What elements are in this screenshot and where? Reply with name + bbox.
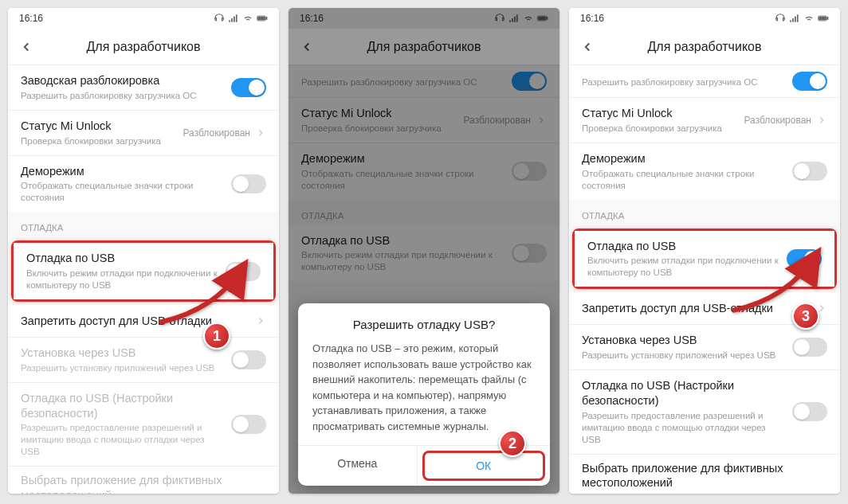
row-demo[interactable]: Деморежим Отображать специальные значки … <box>569 143 840 200</box>
ok-button[interactable]: ОК <box>422 451 546 481</box>
cancel-button[interactable]: Отмена <box>298 446 418 486</box>
row-demo[interactable]: Деморежим Отображать специальные значки … <box>8 156 279 213</box>
row-usb-debug[interactable]: Отладка по USB Включить режим отладки пр… <box>14 243 273 299</box>
step-badge-1: 1 <box>203 322 230 350</box>
row-title: Отладка по USB <box>26 251 219 266</box>
headphones-icon <box>214 13 225 24</box>
row-value: Разблокирован <box>744 115 812 126</box>
settings-list[interactable]: Заводская разблокировка Разрешить разбло… <box>8 65 279 494</box>
row-sub: Проверка блокировки загрузчика <box>582 123 738 135</box>
row-title: Заводская разблокировка <box>21 73 225 88</box>
page-title: Для разработчиков <box>8 40 279 54</box>
row-sub: Разрешить установку приложений через USB <box>21 362 225 374</box>
svg-rect-16 <box>792 18 794 22</box>
chevron-left-icon <box>19 40 33 54</box>
row-mock-app[interactable]: Выбрать приложение для фиктивных местопо… <box>569 455 840 494</box>
row-oem-unlock[interactable]: Заводская разблокировка Разрешить разбло… <box>8 65 279 110</box>
toggle-usb-security[interactable] <box>792 402 827 421</box>
row-title: Запретить доступ для USB-отладки <box>582 301 810 316</box>
row-sub: Отображать специальные значки строки сос… <box>21 180 225 204</box>
row-sub: Разрешить предоставление разрешений и им… <box>582 410 786 446</box>
toggle-install-usb[interactable] <box>792 338 827 357</box>
section-header-debug: ОТЛАДКА <box>8 212 279 237</box>
toggle-usb-debug[interactable] <box>226 262 261 281</box>
svg-rect-20 <box>827 18 828 20</box>
highlight-usb-debug-on: Отладка по USB Включить режим отладки пр… <box>572 229 837 290</box>
page-title: Для разработчиков <box>569 40 840 54</box>
settings-list[interactable]: Разрешить разблокировку загрузчика ОС Ст… <box>569 65 840 494</box>
confirm-dialog: Разрешить отладку USB? Отладка по USB – … <box>298 303 550 486</box>
status-time: 16:16 <box>580 13 604 24</box>
row-title: Статус Mi Unlock <box>582 106 738 121</box>
signal-icon <box>228 13 239 24</box>
section-header-debug: ОТЛАДКА <box>569 200 840 225</box>
phone-screen-2: 16:16 Для разработчиков Разрешить разбло… <box>289 8 559 494</box>
row-title: Установка через USB <box>21 346 225 361</box>
toggle-usb-debug[interactable] <box>787 249 822 268</box>
row-title: Выбрать приложение для фиктивных местопо… <box>582 461 821 491</box>
toggle-demo[interactable] <box>792 162 827 181</box>
row-install-usb[interactable]: Установка через USB Разрешить установку … <box>569 325 840 369</box>
step-badge-3: 3 <box>792 303 819 330</box>
svg-rect-15 <box>790 20 791 21</box>
row-sub: Разрешить установку приложений через USB <box>582 350 786 361</box>
row-title: Деморежим <box>582 151 786 166</box>
chevron-right-icon <box>816 115 827 126</box>
wifi-icon <box>803 13 815 24</box>
chevron-left-icon <box>580 40 595 54</box>
svg-rect-21 <box>819 17 826 20</box>
svg-rect-2 <box>234 17 235 22</box>
chevron-right-icon <box>255 315 266 326</box>
status-time: 16:16 <box>19 13 43 24</box>
row-sub: Разрешить предоставление разрешений и им… <box>21 422 225 458</box>
row-revoke[interactable]: Запретить доступ для USB-отладки <box>8 305 279 337</box>
toggle-usb-security <box>231 415 266 434</box>
phone-screen-3: 16:16 Для разработчиков Разрешить разбло… <box>569 8 840 494</box>
svg-rect-5 <box>266 18 267 20</box>
page-header: Для разработчиков <box>569 29 840 65</box>
svg-rect-17 <box>795 17 796 22</box>
row-sub: Разрешить разблокировку загрузчика ОС <box>21 90 225 102</box>
row-sub: Разрешить разблокировку загрузчика ОС <box>582 76 786 88</box>
toggle-demo[interactable] <box>231 174 266 193</box>
headphones-icon <box>775 13 786 24</box>
row-title: Деморежим <box>21 164 225 179</box>
row-usb-security[interactable]: Отладка по USB (Настройки безопасности) … <box>569 370 840 454</box>
wifi-icon <box>242 13 253 24</box>
row-title: Отладка по USB (Настройки безопасности) <box>582 378 786 408</box>
step-badge-2: 2 <box>499 430 526 457</box>
row-usb-debug[interactable]: Отладка по USB Включить режим отладки пр… <box>575 231 834 287</box>
statusbar: 16:16 <box>569 8 840 29</box>
svg-rect-18 <box>797 14 799 21</box>
battery-icon <box>818 13 829 24</box>
back-button[interactable] <box>579 38 596 56</box>
row-value: Разблокирован <box>183 127 251 139</box>
row-title: Установка через USB <box>582 333 786 348</box>
tutorial-three-panel: 16:16 Для разработчиков Заводская разбло… <box>8 8 840 494</box>
svg-rect-6 <box>258 17 265 20</box>
row-title: Выбрать приложение для фиктивных местопо… <box>21 473 260 494</box>
row-oem-unlock-partial[interactable]: Разрешить разблокировку загрузчика ОС <box>569 65 840 97</box>
battery-icon <box>257 13 268 24</box>
svg-rect-0 <box>229 20 230 21</box>
status-icons <box>214 13 268 24</box>
row-mi-unlock[interactable]: Статус Mi Unlock Проверка блокировки заг… <box>569 98 840 143</box>
toggle-install-usb <box>231 350 266 369</box>
phone-screen-1: 16:16 Для разработчиков Заводская разбло… <box>8 8 279 494</box>
row-title: Статус Mi Unlock <box>21 119 177 134</box>
status-icons <box>775 13 829 24</box>
signal-icon <box>789 13 800 24</box>
row-mi-unlock[interactable]: Статус Mi Unlock Проверка блокировки заг… <box>8 111 279 155</box>
toggle-oem[interactable] <box>792 72 827 91</box>
toggle-oem[interactable] <box>231 78 266 97</box>
row-sub: Включить режим отладки при подключении к… <box>587 255 780 279</box>
svg-rect-1 <box>231 18 233 22</box>
highlight-usb-debug: Отладка по USB Включить режим отладки пр… <box>11 240 276 302</box>
row-sub: Проверка блокировки загрузчика <box>21 135 177 147</box>
chevron-right-icon <box>255 127 266 139</box>
statusbar: 16:16 <box>8 8 279 29</box>
back-button[interactable] <box>18 38 35 56</box>
row-usb-security: Отладка по USB (Настройки безопасности) … <box>8 383 279 467</box>
row-mock-app: Выбрать приложение для фиктивных местопо… <box>8 467 279 494</box>
row-title: Отладка по USB <box>587 239 780 254</box>
